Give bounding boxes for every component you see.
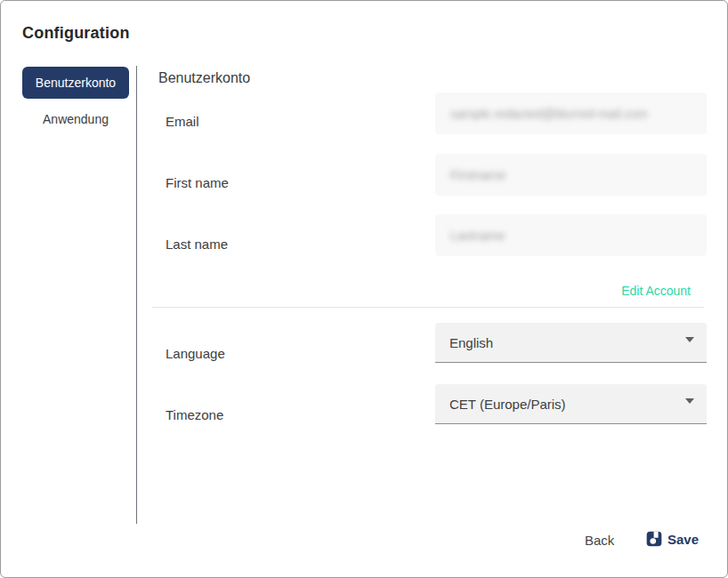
last-name-field[interactable]: Lastname <box>435 214 707 256</box>
configuration-dialog: Configuration Benutzerkonto Anwendung Be… <box>0 0 728 578</box>
first-name-field[interactable]: Firstname <box>435 154 707 196</box>
language-select-value: English <box>449 335 685 350</box>
sidebar-tab-label: Benutzerkonto <box>36 76 116 90</box>
section-divider <box>152 307 704 308</box>
first-name-label: First name <box>166 175 229 190</box>
chevron-down-icon <box>685 398 694 404</box>
timezone-select[interactable]: CET (Europe/Paris) <box>435 384 707 424</box>
chevron-down-icon <box>685 337 694 342</box>
dialog-title: Configuration <box>22 24 130 43</box>
sidebar-tab-label: Anwendung <box>43 112 109 126</box>
sidebar-divider <box>136 66 137 524</box>
email-label: Email <box>166 114 199 129</box>
last-name-label: Last name <box>166 237 228 252</box>
email-value-redacted: sample.redacted@blurred-mail.com <box>450 107 648 121</box>
timezone-label: Timezone <box>166 407 223 422</box>
edit-account-link[interactable]: Edit Account <box>621 284 691 298</box>
back-button[interactable]: Back <box>579 531 619 550</box>
floppy-disk-save-icon <box>645 530 663 548</box>
timezone-select-value: CET (Europe/Paris) <box>449 397 685 412</box>
save-button-label: Save <box>667 532 699 547</box>
section-heading: Benutzerkonto <box>158 70 250 86</box>
sidebar-tab-benutzerkonto[interactable]: Benutzerkonto <box>22 67 129 99</box>
last-name-value-redacted: Lastname <box>450 229 505 243</box>
language-label: Language <box>166 346 225 361</box>
save-button[interactable]: Save <box>642 528 702 550</box>
first-name-value-redacted: Firstname <box>450 168 506 182</box>
language-select[interactable]: English <box>435 323 707 363</box>
email-field[interactable]: sample.redacted@blurred-mail.com <box>435 92 707 134</box>
sidebar-tab-anwendung[interactable]: Anwendung <box>22 105 129 133</box>
